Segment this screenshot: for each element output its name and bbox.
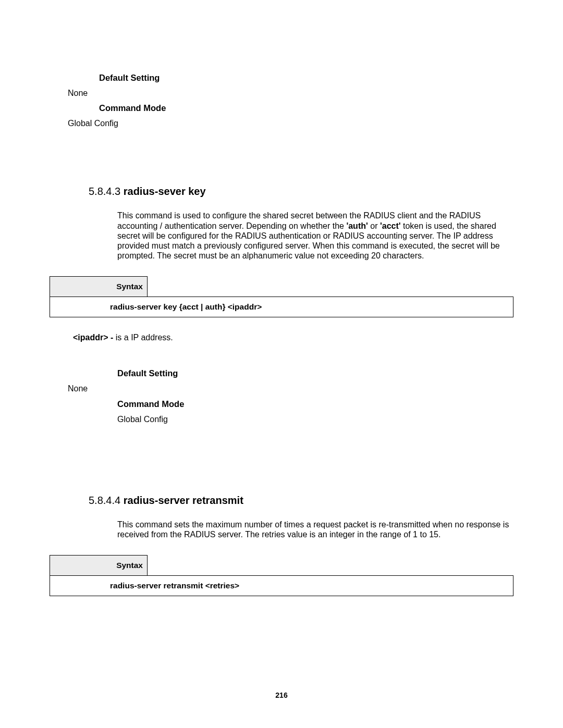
syntax-header: Syntax bbox=[50, 277, 148, 297]
section-number: 5.8.4.3 bbox=[89, 186, 124, 197]
command-mode-value: Global Config bbox=[117, 414, 513, 424]
command-mode-value: Global Config bbox=[68, 118, 513, 128]
syntax-table: Syntax radius-server key {acct | auth} <… bbox=[50, 276, 513, 317]
param-name: <ipaddr> - bbox=[73, 333, 116, 342]
section-title: radius-server retransmit bbox=[124, 495, 243, 506]
syntax-command: radius-server retransmit <retries> bbox=[50, 576, 513, 596]
param-desc: is a IP address. bbox=[116, 333, 173, 342]
section-heading: 5.8.4.3 radius-sever key bbox=[89, 186, 513, 198]
command-mode-label: Command Mode bbox=[117, 399, 513, 409]
section-number: 5.8.4.4 bbox=[89, 495, 124, 506]
desc-bold: 'auth' bbox=[346, 221, 368, 230]
default-setting-value: None bbox=[68, 88, 513, 98]
section-title: radius-sever key bbox=[124, 186, 206, 197]
command-mode-label: Command Mode bbox=[99, 103, 513, 113]
section-description: This command sets the maximum number of … bbox=[117, 520, 513, 539]
parameter-definition: <ipaddr> - is a IP address. bbox=[73, 333, 513, 342]
page-number: 216 bbox=[0, 691, 563, 699]
blank-cell bbox=[148, 556, 513, 576]
section-heading: 5.8.4.4 radius-server retransmit bbox=[89, 495, 513, 507]
default-setting-label: Default Setting bbox=[117, 368, 513, 378]
default-setting-value: None bbox=[68, 384, 513, 393]
section-description: This command is used to configure the sh… bbox=[117, 211, 513, 261]
blank-cell bbox=[148, 277, 513, 297]
syntax-command: radius-server key {acct | auth} <ipaddr> bbox=[50, 297, 513, 317]
desc-text: or bbox=[368, 221, 380, 230]
document-page: Default Setting None Command Mode Global… bbox=[0, 0, 563, 728]
syntax-table: Syntax radius-server retransmit <retries… bbox=[50, 555, 513, 596]
desc-bold: 'acct' bbox=[380, 221, 401, 230]
syntax-header: Syntax bbox=[50, 556, 148, 576]
default-setting-label: Default Setting bbox=[99, 73, 513, 83]
